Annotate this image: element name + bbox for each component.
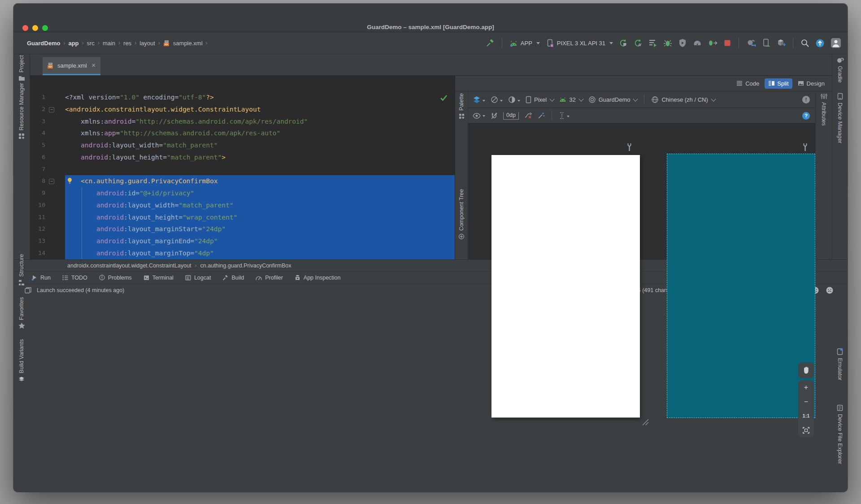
attributes-tab[interactable]: Attributes bbox=[816, 93, 832, 126]
code-text[interactable]: xmlns:app="http://schemas.android.com/ap… bbox=[65, 127, 455, 139]
clear-constraints-button[interactable] bbox=[524, 112, 532, 119]
sidebar-tab-emulator[interactable]: Emulator bbox=[832, 348, 848, 380]
sdk-manager-icon[interactable] bbox=[777, 39, 786, 47]
code-line-11[interactable]: 11 android:layout_height="wrap_content" bbox=[30, 211, 455, 224]
attach-debugger-icon[interactable] bbox=[708, 39, 718, 47]
night-mode-button[interactable] bbox=[508, 96, 520, 103]
apply-changes-icon[interactable] bbox=[619, 39, 628, 47]
intention-bulb-icon[interactable] bbox=[66, 177, 73, 185]
code-line-8[interactable]: 8− <cn.authing.guard.PrivacyConfirmBox bbox=[30, 175, 455, 187]
sad-feedback-icon[interactable] bbox=[826, 287, 833, 294]
code-text[interactable]: <cn.authing.guard.PrivacyConfirmBox bbox=[65, 175, 455, 187]
pack-align-button[interactable] bbox=[559, 112, 570, 119]
blueprint-preview-surface-selected[interactable] bbox=[667, 154, 815, 418]
coverage-run-icon[interactable] bbox=[648, 39, 657, 47]
code-text[interactable] bbox=[65, 164, 455, 176]
code-text[interactable]: <androidx.constraintlayout.widget.Constr… bbox=[65, 103, 455, 116]
mode-tab-code[interactable]: Code bbox=[733, 78, 763, 89]
stop-icon[interactable] bbox=[723, 39, 731, 47]
fold-marker-icon[interactable]: − bbox=[45, 103, 65, 116]
apply-code-changes-icon[interactable]: A bbox=[634, 39, 643, 47]
code-text[interactable]: android:layout_height="match_parent"> bbox=[65, 151, 455, 164]
sidebar-tab-project[interactable]: Project bbox=[13, 55, 30, 81]
code-line-3[interactable]: 3 xmlns:android="http://schemas.android.… bbox=[30, 116, 455, 128]
infer-constraints-button[interactable] bbox=[538, 112, 545, 119]
code-line-7[interactable]: 7 bbox=[30, 164, 455, 176]
tool-window-run[interactable]: Run bbox=[31, 275, 51, 281]
debug-icon[interactable] bbox=[663, 39, 672, 47]
code-line-15[interactable]: 15 app:layout_constraintStart_toStartOf=… bbox=[30, 259, 455, 260]
tool-window-profiler[interactable]: Profiler bbox=[256, 275, 283, 281]
sidebar-tab-favorites[interactable]: Favorites bbox=[13, 297, 30, 329]
zoom-to-fit-button[interactable] bbox=[798, 423, 814, 437]
view-options-button[interactable] bbox=[473, 113, 485, 119]
background-tasks-icon[interactable] bbox=[25, 287, 31, 293]
layout-variants-button[interactable] bbox=[473, 96, 485, 103]
close-tab-icon[interactable]: ✕ bbox=[91, 62, 96, 69]
code-line-6[interactable]: 6 android:layout_height="match_parent"> bbox=[30, 151, 455, 164]
sidebar-tab-resource-manager[interactable]: Resource Manager bbox=[13, 83, 30, 139]
breadcrumb-constraintlayout[interactable]: androidx.constraintlayout.widget.Constra… bbox=[67, 263, 191, 269]
theme-picker[interactable]: GuardDemo bbox=[588, 96, 638, 103]
tool-window-problems[interactable]: Problems bbox=[99, 275, 132, 281]
code-text[interactable]: xmlns:android="http://schemas.android.co… bbox=[65, 116, 455, 128]
fold-marker-icon[interactable]: − bbox=[45, 175, 65, 187]
code-line-10[interactable]: 10 android:layout_width="match_parent" bbox=[30, 199, 455, 211]
code-editor[interactable]: 1<?xml version="1.0" encoding="utf-8"?>2… bbox=[30, 76, 455, 259]
code-text[interactable]: <?xml version="1.0" encoding="utf-8"?> bbox=[65, 91, 455, 103]
sidebar-tab-build-variants[interactable]: Build Variants bbox=[13, 339, 30, 382]
inspection-ok-icon[interactable] bbox=[440, 95, 448, 101]
tool-window-todo[interactable]: TODO bbox=[62, 275, 87, 281]
device-manager-icon[interactable] bbox=[762, 39, 771, 47]
code-line-5[interactable]: 5 android:layout_width="match_parent" bbox=[30, 139, 455, 151]
canvas-resize-handle[interactable] bbox=[641, 418, 649, 426]
profiler-gauge-icon[interactable] bbox=[693, 39, 702, 47]
breadcrumb-src[interactable]: src bbox=[87, 40, 95, 47]
run-configuration-select[interactable]: APP bbox=[509, 40, 540, 47]
component-tree-tab[interactable]: Component Tree bbox=[455, 189, 468, 240]
breadcrumb-privacyconfirmbox[interactable]: cn.authing.guard.PrivacyConfirmBox bbox=[200, 263, 291, 269]
code-text[interactable]: app:layout_constraintStart_toStartOf="pa… bbox=[65, 259, 455, 260]
mode-tab-design[interactable]: Design bbox=[794, 78, 828, 89]
help-icon[interactable]: ? bbox=[802, 112, 810, 120]
preview-config-wrench-icon[interactable] bbox=[626, 143, 633, 152]
zoom-out-button[interactable]: − bbox=[798, 395, 814, 409]
device-picker[interactable]: Pixel bbox=[526, 96, 554, 103]
search-everywhere-icon[interactable] bbox=[800, 39, 809, 47]
code-line-14[interactable]: 14 android:layout_marginTop="4dp" bbox=[30, 247, 455, 259]
tool-window-build[interactable]: Build bbox=[222, 275, 244, 281]
locale-picker[interactable]: Chinese (zh / CN) bbox=[651, 96, 715, 103]
gradle-sync-icon[interactable] bbox=[746, 39, 756, 47]
code-line-13[interactable]: 13 android:layout_marginEnd="24dp" bbox=[30, 235, 455, 247]
breadcrumb-main[interactable]: main bbox=[103, 40, 115, 47]
code-text[interactable]: android:layout_marginEnd="24dp" bbox=[65, 235, 455, 247]
code-text[interactable]: android:layout_width="match_parent" bbox=[65, 199, 455, 211]
autoconnect-off-button[interactable] bbox=[491, 112, 498, 120]
api-level-picker[interactable]: 32 bbox=[559, 96, 583, 103]
build-hammer-icon[interactable] bbox=[486, 39, 495, 47]
sidebar-tab-device-file-explorer[interactable]: Device File Explorer bbox=[832, 405, 848, 464]
tool-window-terminal[interactable]: Terminal bbox=[144, 275, 174, 281]
pan-tool-button[interactable] bbox=[798, 362, 814, 378]
preview-config-wrench-icon[interactable] bbox=[802, 143, 809, 152]
orientation-button[interactable] bbox=[491, 96, 503, 103]
mode-tab-split[interactable]: Split bbox=[765, 78, 792, 89]
sidebar-tab-gradle[interactable]: Gradle bbox=[832, 57, 848, 83]
code-line-9[interactable]: 9 android:id="@+id/privacy" bbox=[30, 187, 455, 199]
sidebar-tab-device-manager[interactable]: Device Manager bbox=[832, 93, 848, 143]
tool-window-logcat[interactable]: Logcat bbox=[185, 275, 211, 281]
editor-tab-sample-xml[interactable]: <> sample.xml ✕ bbox=[43, 57, 100, 75]
palette-tab[interactable]: Palette bbox=[455, 93, 468, 119]
code-line-1[interactable]: 1<?xml version="1.0" encoding="utf-8"?> bbox=[30, 91, 455, 103]
design-preview-surface[interactable] bbox=[491, 155, 640, 418]
tool-window-app-inspection[interactable]: App Inspection bbox=[295, 275, 341, 281]
code-text[interactable]: android:layout_marginStart="24dp" bbox=[65, 223, 455, 235]
device-select[interactable]: PIXEL 3 XL API 31 bbox=[546, 39, 613, 47]
sidebar-tab-structure[interactable]: Structure bbox=[13, 254, 30, 286]
design-canvas[interactable]: + − 1:1 bbox=[468, 124, 815, 259]
code-text[interactable]: android:id="@+id/privacy" bbox=[65, 187, 455, 199]
breadcrumb-app[interactable]: app bbox=[68, 40, 78, 47]
default-margin-control[interactable]: 0dp bbox=[503, 112, 519, 120]
code-text[interactable]: android:layout_width="match_parent" bbox=[65, 139, 455, 151]
zoom-actual-size-button[interactable]: 1:1 bbox=[798, 409, 814, 423]
